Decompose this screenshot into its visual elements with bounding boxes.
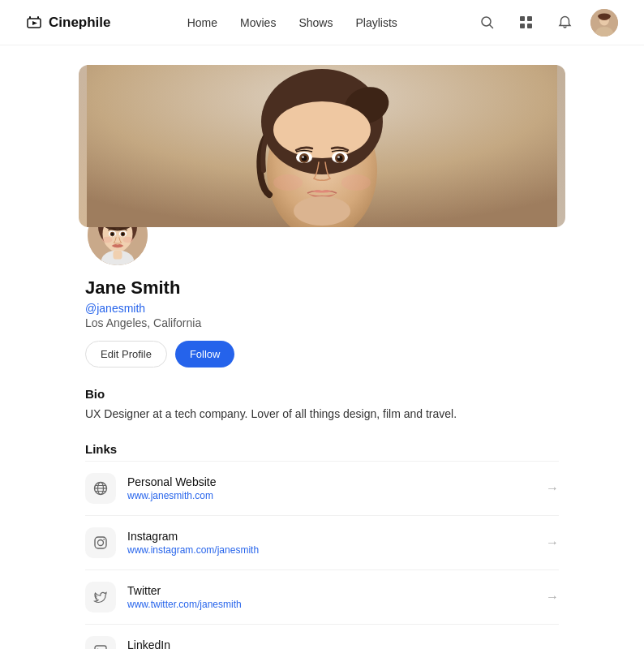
bio-title: Bio — [85, 387, 559, 401]
svg-point-30 — [273, 174, 303, 191]
logo[interactable]: Cinephile — [26, 15, 111, 31]
link-url: www.janesmith.com — [127, 490, 539, 501]
bell-button[interactable] — [552, 10, 577, 36]
link-item-instagram[interactable]: Instagram www.instagram.com/janesmith → — [85, 516, 559, 570]
link-url: www.twitter.com/janesmith — [127, 599, 539, 610]
svg-rect-2 — [29, 16, 31, 19]
link-url: www.instagram.com/janesmith — [127, 544, 539, 556]
link-item-twitter[interactable]: Twitter www.twitter.com/janesmith → — [85, 570, 559, 625]
follow-button[interactable]: Follow — [175, 341, 235, 367]
twitter-icon — [85, 582, 116, 612]
link-name: Personal Website — [127, 475, 539, 488]
grid-icon — [519, 15, 533, 29]
nav-shows[interactable]: Shows — [298, 16, 333, 29]
svg-marker-1 — [32, 21, 37, 25]
link-info-instagram: Instagram www.instagram.com/janesmith — [127, 530, 539, 556]
svg-point-43 — [102, 237, 113, 243]
svg-point-54 — [103, 539, 105, 540]
nav-icons — [474, 9, 618, 37]
svg-rect-8 — [520, 24, 525, 28]
cover-image — [79, 65, 565, 227]
svg-rect-7 — [527, 16, 532, 21]
link-info-twitter: Twitter www.twitter.com/janesmith — [127, 584, 539, 610]
arrow-icon: → — [546, 535, 559, 550]
arrow-icon: → — [546, 481, 559, 496]
svg-point-32 — [294, 196, 350, 226]
logo-text: Cinephile — [49, 15, 111, 31]
user-avatar[interactable] — [590, 9, 618, 37]
svg-point-39 — [111, 233, 114, 235]
bell-icon — [558, 15, 572, 29]
link-info-linkedin: LinkedIn www.linkedin.com/in/janesmith — [127, 638, 539, 649]
search-button[interactable] — [474, 10, 500, 36]
arrow-icon: → — [546, 644, 559, 649]
nav-links: Home Movies Shows Playlists — [187, 16, 397, 29]
svg-point-29 — [337, 156, 340, 158]
svg-point-31 — [341, 174, 371, 191]
svg-point-21 — [273, 101, 371, 158]
nav-home[interactable]: Home — [187, 16, 217, 29]
svg-rect-46 — [113, 251, 122, 260]
svg-rect-52 — [95, 537, 106, 548]
svg-rect-3 — [37, 16, 39, 19]
nav-playlists[interactable]: Playlists — [355, 16, 397, 29]
svg-point-25 — [302, 156, 304, 158]
profile-actions: Edit Profile Follow — [85, 341, 559, 367]
profile-location: Los Angeles, California — [85, 316, 559, 329]
link-info-personal-website: Personal Website www.janesmith.com — [127, 475, 539, 501]
profile-section: Jane Smith @janesmith Los Angeles, Calif… — [79, 203, 565, 649]
search-icon — [480, 15, 494, 29]
linkedin-icon — [85, 636, 116, 649]
profile-username: @janesmith — [85, 302, 559, 315]
link-name: LinkedIn — [127, 638, 539, 649]
profile-name: Jane Smith — [85, 277, 559, 299]
instagram-icon — [85, 527, 116, 558]
cover-portrait — [79, 65, 565, 227]
bio-text: UX Designer at a tech company. Lover of … — [85, 406, 559, 423]
links-section: Personal Website www.janesmith.com → Ins… — [85, 461, 559, 649]
grid-button[interactable] — [513, 10, 539, 36]
svg-point-14 — [598, 13, 611, 19]
svg-point-44 — [122, 237, 133, 243]
svg-rect-55 — [95, 646, 106, 649]
edit-profile-button[interactable]: Edit Profile — [85, 341, 167, 367]
link-name: Twitter — [127, 584, 539, 597]
link-name: Instagram — [127, 530, 539, 543]
svg-point-42 — [122, 233, 124, 235]
svg-rect-9 — [527, 24, 532, 28]
logo-icon — [26, 15, 42, 31]
svg-point-53 — [98, 540, 104, 546]
main-content: Jane Smith @janesmith Los Angeles, Calif… — [79, 65, 565, 649]
nav-movies[interactable]: Movies — [240, 16, 276, 29]
globe-icon — [85, 473, 116, 504]
arrow-icon: → — [546, 590, 559, 604]
link-item-personal-website[interactable]: Personal Website www.janesmith.com → — [85, 461, 559, 516]
navbar: Cinephile Home Movies Shows Playlists — [0, 0, 644, 45]
svg-line-5 — [489, 25, 492, 28]
svg-rect-6 — [520, 16, 525, 21]
links-title: Links — [85, 442, 559, 456]
link-item-linkedin[interactable]: LinkedIn www.linkedin.com/in/janesmith → — [85, 625, 559, 649]
